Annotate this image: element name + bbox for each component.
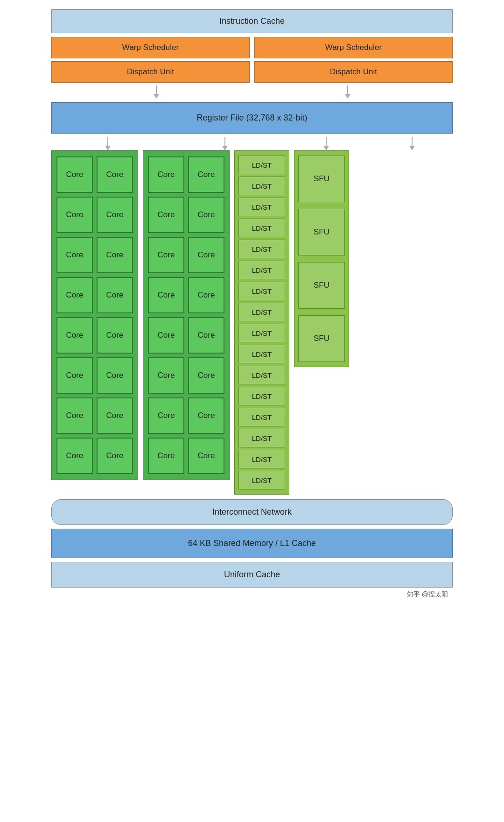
register-file-label: Register File (32,768 x 32-bit) (196, 113, 307, 122)
core-cell: Core (148, 156, 184, 193)
instruction-cache-label: Instruction Cache (219, 16, 285, 26)
core-cell: Core (188, 317, 224, 354)
shared-memory-block: 64 KB Shared Memory / L1 Cache (51, 529, 453, 558)
core-row-1-3: Core Core (56, 237, 133, 273)
ldst-cell: LD/ST (238, 198, 285, 216)
diagram-container: Instruction Cache Warp Scheduler Warp Sc… (51, 9, 453, 599)
ldst-cell: LD/ST (238, 408, 285, 426)
sfu-cell-4: SFU (298, 315, 345, 362)
core-cell: Core (56, 438, 93, 474)
warp-scheduler-1: Warp Scheduler (51, 37, 250, 58)
register-file-block: Register File (32,768 x 32-bit) (51, 102, 453, 134)
core-cell: Core (97, 357, 133, 394)
core-row-1-6: Core Core (56, 357, 133, 394)
ldst-cell: LD/ST (238, 450, 285, 468)
ldst-column: LD/ST LD/ST LD/ST LD/ST LD/ST LD/ST LD/S… (234, 150, 289, 495)
dispatch-unit-1: Dispatch Unit (51, 61, 250, 83)
ldst-cell: LD/ST (238, 471, 285, 489)
core-cell: Core (148, 357, 184, 394)
core-cell: Core (97, 156, 133, 193)
uniform-cache-label: Uniform Cache (224, 570, 280, 579)
ldst-cell: LD/ST (238, 366, 285, 384)
arrow-col4 (385, 137, 440, 150)
core-cell: Core (97, 317, 133, 354)
core-cell: Core (97, 237, 133, 273)
sfu-cell-3: SFU (298, 262, 345, 309)
core-cell: Core (56, 197, 93, 233)
dispatch-arrows-row (51, 85, 453, 99)
sfu-cell-1: SFU (298, 156, 345, 202)
core-cell: Core (148, 277, 184, 313)
arrow-col3 (299, 137, 354, 150)
arrow-col2 (182, 137, 268, 150)
interconnect-block: Interconnect Network (51, 499, 453, 525)
ldst-cell: LD/ST (238, 282, 285, 300)
core-row-1-5: Core Core (56, 317, 133, 354)
core-cell: Core (148, 397, 184, 434)
core-cell: Core (188, 357, 224, 394)
ldst-cell: LD/ST (238, 345, 285, 363)
core-cell: Core (188, 197, 224, 233)
core-cell: Core (188, 438, 224, 474)
register-arrows-row (51, 137, 453, 150)
core-cell: Core (188, 397, 224, 434)
sfu-cell-2: SFU (298, 209, 345, 255)
ldst-cell: LD/ST (238, 219, 285, 237)
ldst-cell: LD/ST (238, 324, 285, 342)
core-cell: Core (97, 397, 133, 434)
core-cell: Core (56, 277, 93, 313)
core-cell: Core (148, 317, 184, 354)
core-row-1-2: Core Core (56, 197, 133, 233)
watermark-area: 知乎 @捏太阳 (51, 588, 453, 599)
core-cell: Core (56, 237, 93, 273)
core-row-1-1: Core Core (56, 156, 133, 193)
shared-memory-label: 64 KB Shared Memory / L1 Cache (188, 539, 316, 548)
dispatch-unit-row: Dispatch Unit Dispatch Unit (51, 61, 453, 83)
dispatch-unit-2: Dispatch Unit (254, 61, 453, 83)
core-row-1-7: Core Core (56, 397, 133, 434)
core-column-1: Core Core Core Core Core Core Core Core … (51, 150, 138, 480)
core-cell: Core (148, 237, 184, 273)
ldst-cell: LD/ST (238, 240, 285, 258)
ldst-cell: LD/ST (238, 303, 285, 321)
watermark-text: 知乎 @捏太阳 (407, 590, 448, 599)
core-column-2: Core Core Core Core Core Core Core Core … (143, 150, 230, 480)
core-cell: Core (56, 156, 93, 193)
arrow-col1 (64, 137, 151, 150)
core-cell: Core (188, 156, 224, 193)
sfu-column: SFU SFU SFU SFU (294, 150, 349, 367)
ldst-cell: LD/ST (238, 156, 285, 174)
core-cell: Core (97, 438, 133, 474)
core-cell: Core (56, 317, 93, 354)
ldst-cell: LD/ST (238, 387, 285, 405)
warp-scheduler-2: Warp Scheduler (254, 37, 453, 58)
warp-scheduler-row: Warp Scheduler Warp Scheduler (51, 37, 453, 58)
core-cell: Core (148, 438, 184, 474)
ldst-cell: LD/ST (238, 177, 285, 195)
instruction-cache-block: Instruction Cache (51, 9, 453, 33)
core-row-1-8: Core Core (56, 438, 133, 474)
arrow-dispatch-left (154, 85, 159, 99)
ldst-cell: LD/ST (238, 261, 285, 279)
ldst-cell: LD/ST (238, 429, 285, 447)
arrow-dispatch-right (345, 85, 350, 99)
main-columns-area: Core Core Core Core Core Core Core Core … (51, 150, 453, 495)
uniform-cache-block: Uniform Cache (51, 562, 453, 588)
core-row-1-4: Core Core (56, 277, 133, 313)
core-cell: Core (56, 357, 93, 394)
interconnect-label: Interconnect Network (212, 507, 292, 517)
core-cell: Core (148, 197, 184, 233)
core-cell: Core (188, 277, 224, 313)
core-cell: Core (56, 397, 93, 434)
core-cell: Core (97, 197, 133, 233)
core-cell: Core (97, 277, 133, 313)
core-cell: Core (188, 237, 224, 273)
